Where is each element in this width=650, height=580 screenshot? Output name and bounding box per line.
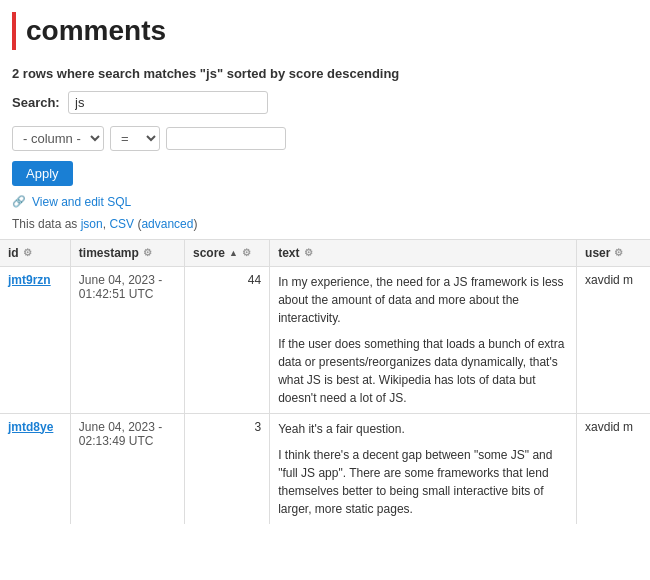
table-header-row: id ⚙ timestamp ⚙ score ▲ ⚙ bbox=[0, 240, 650, 267]
cell-id[interactable]: jmtd8ye bbox=[0, 413, 70, 524]
search-input[interactable] bbox=[68, 91, 268, 114]
table-row: jmtd8yeJune 04, 2023 -02:13:49 UTC3Yeah … bbox=[0, 413, 650, 524]
text-gear-icon[interactable]: ⚙ bbox=[304, 247, 313, 258]
data-table: id ⚙ timestamp ⚙ score ▲ ⚙ bbox=[0, 240, 650, 524]
col-header-id[interactable]: id ⚙ bbox=[0, 240, 70, 267]
apply-button[interactable]: Apply bbox=[12, 161, 73, 186]
timestamp-gear-icon[interactable]: ⚙ bbox=[143, 247, 152, 258]
cell-text: Yeah it's a fair question.I think there'… bbox=[270, 413, 577, 524]
col-header-timestamp[interactable]: timestamp ⚙ bbox=[70, 240, 184, 267]
filter-row: - column - = bbox=[0, 122, 650, 157]
id-gear-icon[interactable]: ⚙ bbox=[23, 247, 32, 258]
page-header: comments bbox=[0, 0, 650, 58]
cell-timestamp: June 04, 2023 -01:42:51 UTC bbox=[70, 266, 184, 413]
sql-link-row: 🔗 View and edit SQL bbox=[0, 192, 650, 215]
col-header-score[interactable]: score ▲ ⚙ bbox=[184, 240, 269, 267]
cell-timestamp: June 04, 2023 -02:13:49 UTC bbox=[70, 413, 184, 524]
cell-text: In my experience, the need for a JS fram… bbox=[270, 266, 577, 413]
red-accent-bar bbox=[12, 12, 16, 50]
table-row: jmt9rznJune 04, 2023 -01:42:51 UTC44In m… bbox=[0, 266, 650, 413]
page-title: comments bbox=[26, 15, 166, 47]
text-paragraph: I think there's a decent gap between "so… bbox=[278, 446, 568, 518]
score-gear-icon[interactable]: ⚙ bbox=[242, 247, 251, 258]
filter-value-input[interactable] bbox=[166, 127, 286, 150]
text-paragraph: If the user does something that loads a … bbox=[278, 335, 568, 407]
csv-link[interactable]: CSV bbox=[109, 217, 134, 231]
result-subtitle: 2 rows where search matches "js" sorted … bbox=[0, 58, 650, 87]
advanced-link[interactable]: advanced bbox=[141, 217, 193, 231]
text-paragraph: In my experience, the need for a JS fram… bbox=[278, 273, 568, 327]
cell-id[interactable]: jmt9rzn bbox=[0, 266, 70, 413]
data-formats: This data as json, CSV (advanced) bbox=[0, 215, 650, 239]
column-filter-select[interactable]: - column - bbox=[12, 126, 104, 151]
wrench-icon: 🔗 bbox=[12, 195, 26, 208]
score-sort-icon[interactable]: ▲ bbox=[229, 248, 238, 258]
user-gear-icon[interactable]: ⚙ bbox=[614, 247, 623, 258]
data-table-container: id ⚙ timestamp ⚙ score ▲ ⚙ bbox=[0, 239, 650, 524]
sql-link[interactable]: 🔗 View and edit SQL bbox=[12, 195, 131, 209]
cell-user: xavdid m bbox=[577, 266, 650, 413]
json-link[interactable]: json bbox=[81, 217, 103, 231]
search-row: Search: bbox=[0, 87, 650, 122]
cell-score: 44 bbox=[184, 266, 269, 413]
cell-user: xavdid m bbox=[577, 413, 650, 524]
col-header-user[interactable]: user ⚙ bbox=[577, 240, 650, 267]
text-paragraph: Yeah it's a fair question. bbox=[278, 420, 568, 438]
cell-score: 3 bbox=[184, 413, 269, 524]
id-link[interactable]: jmtd8ye bbox=[8, 420, 53, 434]
operator-filter-select[interactable]: = bbox=[110, 126, 160, 151]
search-label: Search: bbox=[12, 95, 60, 110]
id-link[interactable]: jmt9rzn bbox=[8, 273, 51, 287]
col-header-text[interactable]: text ⚙ bbox=[270, 240, 577, 267]
